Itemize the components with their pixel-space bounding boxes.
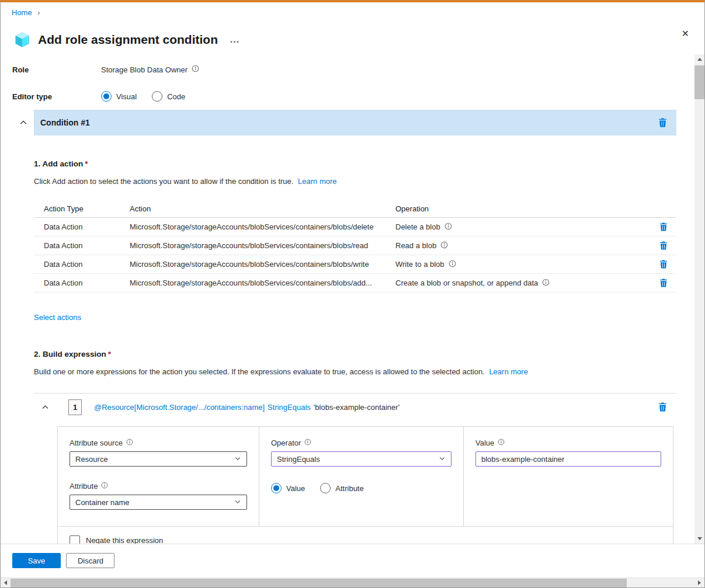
- action-cell: Microsoft.Storage/storageAccounts/blobSe…: [130, 222, 395, 231]
- value-input[interactable]: [475, 451, 661, 467]
- actions-table: Action Type Action Operation Data Action…: [34, 200, 676, 293]
- horizontal-scrollbar[interactable]: [1, 577, 704, 587]
- builder-operator-column: Operator StringEquals Value: [259, 427, 464, 526]
- required-asterisk: *: [85, 159, 88, 168]
- close-button[interactable]: ✕: [682, 28, 689, 39]
- role-label: Role: [12, 65, 101, 74]
- operation-cell: Write to a blob: [395, 260, 651, 269]
- value-label: Value: [475, 439, 494, 447]
- role-value: Storage Blob Data Owner: [101, 65, 187, 74]
- compare-value-label: Value: [286, 484, 305, 493]
- build-expression-heading-text: 2. Build expression: [34, 350, 106, 359]
- attribute-dropdown[interactable]: Container name: [70, 495, 247, 510]
- expression-summary-row: 1 @Resource[Microsoft.Storage/.../contai…: [34, 394, 676, 420]
- build-expression-description-text: Build one or more expressions for the ac…: [34, 367, 485, 376]
- operation-text: Create a blob or snapshot, or append dat…: [395, 279, 538, 287]
- compare-attribute-label: Attribute: [335, 484, 363, 493]
- select-actions-link[interactable]: Select actions: [34, 313, 81, 322]
- action-type-cell: Data Action: [34, 241, 130, 250]
- builder-attribute-column: Attribute source Resource Attribute: [58, 427, 259, 526]
- editor-type-row: Editor type Visual Code: [12, 91, 686, 102]
- attribute-source-dropdown[interactable]: Resource: [70, 451, 247, 467]
- page-title: Add role assignment condition: [38, 33, 218, 47]
- build-expression-heading: 2. Build expression*: [34, 350, 686, 359]
- table-row: Data Action Microsoft.Storage/storageAcc…: [34, 218, 676, 236]
- breadcrumb-home-link[interactable]: Home: [12, 8, 32, 17]
- compare-attribute-radio[interactable]: Attribute: [320, 483, 363, 493]
- attribute-value: Container name: [75, 498, 130, 507]
- column-action-type: Action Type: [34, 204, 130, 213]
- more-menu-button[interactable]: …: [230, 37, 240, 43]
- discard-button[interactable]: Discard: [66, 553, 114, 568]
- expression-attribute[interactable]: @Resource[Microsoft.Storage/.../containe…: [94, 403, 265, 412]
- page-content: Role Storage Blob Data Owner Editor type…: [1, 54, 704, 544]
- negate-expression-label: Negate this expression: [86, 536, 163, 544]
- condition-body: 1. Add action* Click Add action to selec…: [12, 159, 686, 544]
- compare-value-radio[interactable]: Value: [271, 483, 305, 493]
- scrollbar-down-arrow-icon[interactable]: [694, 534, 704, 544]
- add-role-assignment-condition-window: Home › Add role assignment condition … ✕…: [0, 0, 705, 588]
- scrollbar-left-arrow-icon[interactable]: [1, 578, 11, 587]
- add-action-learn-more-link[interactable]: Learn more: [298, 177, 336, 186]
- operation-text: Delete a blob: [395, 222, 440, 231]
- info-icon[interactable]: [126, 439, 133, 447]
- horizontal-scrollbar-thumb[interactable]: [11, 579, 627, 587]
- delete-action-icon[interactable]: [659, 260, 668, 269]
- expression-value: 'blobs-example-container': [314, 403, 400, 412]
- table-row: Data Action Microsoft.Storage/storageAcc…: [34, 255, 676, 274]
- info-icon[interactable]: [449, 260, 456, 269]
- radio-selected-icon: [101, 91, 112, 102]
- footer: Save Discard: [1, 544, 704, 577]
- info-icon[interactable]: [444, 222, 452, 232]
- action-cell: Microsoft.Storage/storageAccounts/blobSe…: [130, 260, 395, 269]
- title-row: Add role assignment condition …: [1, 20, 704, 54]
- delete-action-icon[interactable]: [659, 222, 668, 231]
- table-row: Data Action Microsoft.Storage/storageAcc…: [34, 274, 676, 293]
- scrollbar-up-arrow-icon[interactable]: [694, 54, 704, 64]
- radio-selected-icon: [271, 483, 282, 493]
- attribute-source-label: Attribute source: [70, 439, 123, 447]
- operator-value: StringEquals: [277, 455, 320, 464]
- condition-header[interactable]: Condition #1: [34, 110, 676, 135]
- scrollbar-right-arrow-icon[interactable]: [694, 578, 704, 587]
- build-expression-learn-more-link[interactable]: Learn more: [489, 367, 527, 376]
- vertical-scrollbar-thumb[interactable]: [694, 65, 704, 99]
- breadcrumb: Home ›: [1, 2, 704, 20]
- operation-cell: Read a blob: [395, 241, 651, 250]
- info-icon[interactable]: [542, 279, 550, 288]
- delete-expression-icon[interactable]: [658, 402, 667, 412]
- condition-header-row: Condition #1: [12, 110, 686, 135]
- expression-builder: Attribute source Resource Attribute: [57, 426, 673, 544]
- collapse-condition-chevron-icon[interactable]: [12, 119, 34, 127]
- operator-label: Operator: [271, 439, 301, 447]
- vertical-scrollbar[interactable]: [694, 54, 704, 544]
- compare-type-radio-group: Value Attribute: [271, 483, 452, 493]
- save-button[interactable]: Save: [12, 553, 61, 568]
- negate-expression-row: Negate this expression: [58, 526, 673, 544]
- editor-type-radio-group: Visual Code: [101, 91, 185, 102]
- editor-type-visual-radio[interactable]: Visual: [101, 91, 137, 102]
- table-row: Data Action Microsoft.Storage/storageAcc…: [34, 236, 676, 255]
- info-icon[interactable]: [304, 439, 311, 447]
- operation-text: Read a blob: [395, 241, 436, 250]
- collapse-expression-chevron-icon[interactable]: [41, 403, 49, 411]
- info-icon[interactable]: [192, 65, 199, 74]
- radio-unselected-icon: [320, 483, 331, 493]
- operator-dropdown[interactable]: StringEquals: [271, 451, 452, 467]
- breadcrumb-separator-icon: ›: [37, 9, 40, 17]
- delete-condition-icon[interactable]: [658, 118, 667, 127]
- info-icon[interactable]: [101, 482, 108, 490]
- role-assignment-cube-icon: [13, 31, 31, 48]
- info-icon[interactable]: [440, 241, 448, 250]
- delete-action-icon[interactable]: [659, 241, 668, 250]
- expression-operator[interactable]: StringEquals: [268, 403, 311, 412]
- delete-action-icon[interactable]: [659, 279, 668, 287]
- editor-type-code-radio[interactable]: Code: [152, 91, 185, 102]
- condition-title: Condition #1: [40, 118, 90, 127]
- chevron-down-icon: [234, 498, 241, 507]
- info-icon[interactable]: [498, 439, 505, 447]
- expression-index-badge: 1: [68, 399, 82, 415]
- action-type-cell: Data Action: [34, 222, 130, 231]
- negate-expression-checkbox[interactable]: [70, 535, 80, 544]
- chevron-down-icon: [234, 455, 241, 464]
